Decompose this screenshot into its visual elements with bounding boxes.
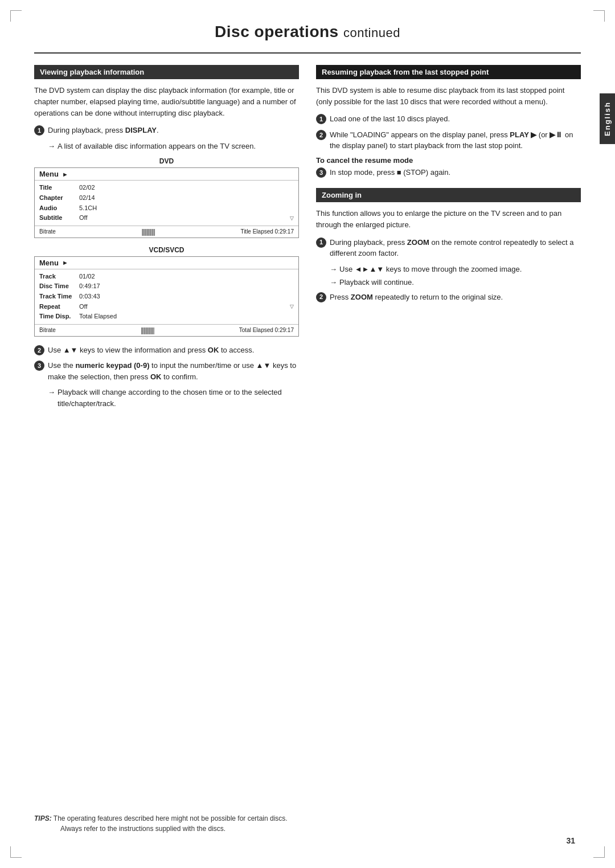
left-step-1-arrow: → A list of available disc information a… <box>48 141 299 152</box>
vcd-menu-row: Menu ► <box>35 257 298 269</box>
corner-mark-tr <box>593 10 605 22</box>
tips-text-1: The operating features described here mi… <box>54 814 288 822</box>
zoom-step-1-content: During playback, press ZOOM on the remot… <box>330 237 581 259</box>
vcd-row-track: Track 01/02 <box>39 272 294 282</box>
vcd-row-track-time: Track Time 0:03:43 <box>39 292 294 302</box>
vcd-row-repeat: Repeat Off ▽ <box>39 302 294 312</box>
left-column: Viewing playback information The DVD sys… <box>34 65 299 411</box>
english-tab: English <box>600 93 615 144</box>
dvd-row-subtitle: Subtitle Off ▽ <box>39 213 294 223</box>
vcd-label: VCD/SVCD <box>34 246 299 254</box>
zoom-intro-text: This function allows you to enlarge the … <box>316 208 581 231</box>
arrow-symbol-3: → <box>330 264 337 275</box>
title-rule <box>34 52 581 54</box>
step-num-2: 2 <box>34 345 44 355</box>
dvd-menu-row: Menu ► <box>35 168 298 181</box>
step-num-3: 3 <box>34 361 44 371</box>
right-step-2-content: While "LOADING" appears on the display p… <box>330 129 581 152</box>
tips-label: TIPS: <box>34 814 52 822</box>
right-column: English Resuming playback from the last … <box>316 65 581 411</box>
dvd-play-icon: ► <box>62 171 68 178</box>
arrow-symbol-2: → <box>48 387 55 398</box>
arrow-symbol-4: → <box>330 277 337 288</box>
left-step-3-content: Use the numeric keypad (0-9) to input th… <box>48 360 299 382</box>
right-step-1: 1 Load one of the last 10 discs played. <box>316 113 581 125</box>
right-step-2: 2 While "LOADING" appears on the display… <box>316 129 581 152</box>
right-step-num-3: 3 <box>316 167 326 178</box>
left-step-1-content: During playback, press DISPLAY. <box>48 125 299 136</box>
vcd-play-icon: ► <box>62 259 68 266</box>
zoom-step-1-arrow2: → Playback will continue. <box>330 277 581 288</box>
page-title: Disc operations continued <box>34 23 581 41</box>
dvd-row-title: Title 02/02 <box>39 183 294 193</box>
right-step-1-content: Load one of the last 10 discs played. <box>330 113 581 125</box>
vcd-row-disc-time: Disc Time 0:49:17 <box>39 281 294 292</box>
zooming-in-header: Zooming in <box>316 188 581 202</box>
page-container: Disc operations continued Viewing playba… <box>0 0 615 868</box>
resuming-intro-text: This DVD system is able to resume disc p… <box>316 85 581 108</box>
corner-mark-br <box>593 846 605 858</box>
left-step-1: 1 During playback, press DISPLAY. <box>34 125 299 136</box>
right-step-3-content: In stop mode, press ■ (STOP) again. <box>330 167 581 178</box>
dvd-bitrate-row: Bitrate ||||||||||| Title Elapsed 0:29:1… <box>35 226 298 238</box>
zoom-step-num-1: 1 <box>316 238 326 248</box>
vcd-bitrate-row: Bitrate ||||||||||| Total Elapsed 0:29:1… <box>35 324 298 336</box>
arrow-symbol: → <box>48 141 55 152</box>
two-column-layout: Viewing playback information The DVD sys… <box>34 65 581 411</box>
vcd-info-rows: Track 01/02 Disc Time 0:49:17 Track Time… <box>35 269 298 324</box>
page-number: 31 <box>566 836 575 845</box>
dvd-row-audio: Audio 5.1CH <box>39 203 294 214</box>
right-step-num-1: 1 <box>316 114 326 124</box>
right-step-3: 3 In stop mode, press ■ (STOP) again. <box>316 167 581 178</box>
zoom-step-num-2: 2 <box>316 292 326 302</box>
right-step-num-2: 2 <box>316 130 326 140</box>
dvd-display-box: Menu ► Title 02/02 Chapter 02/14 <box>34 167 299 238</box>
cancel-resume-heading: To cancel the resume mode <box>316 156 581 165</box>
tips-text-2: Always refer to the instructions supplie… <box>60 825 226 833</box>
resuming-playback-header: Resuming playback from the last stopped … <box>316 65 581 79</box>
left-step-2: 2 Use ▲▼ keys to view the information an… <box>34 345 299 356</box>
left-step-2-content: Use ▲▼ keys to view the information and … <box>48 345 299 356</box>
tips-section: TIPS: The operating features described h… <box>34 813 569 834</box>
viewing-intro-text: The DVD system can display the disc play… <box>34 85 299 119</box>
dvd-label: DVD <box>34 157 299 165</box>
zoom-step-2: 2 Press ZOOM repeatedly to return to the… <box>316 292 581 303</box>
vcd-row-time-disp: Time Disp. Total Elapsed <box>39 312 294 322</box>
left-step-3: 3 Use the numeric keypad (0-9) to input … <box>34 360 299 382</box>
zoom-step-2-content: Press ZOOM repeatedly to return to the o… <box>330 292 581 303</box>
dvd-row-chapter: Chapter 02/14 <box>39 193 294 203</box>
vcd-display-box: Menu ► Track 01/02 Disc Time 0:49:17 <box>34 256 299 337</box>
dvd-info-rows: Title 02/02 Chapter 02/14 Audio 5.1CH <box>35 181 298 225</box>
viewing-playback-header: Viewing playback information <box>34 65 299 79</box>
zoom-step-1-arrow1: → Use ◄►▲▼ keys to move through the zoom… <box>330 264 581 275</box>
step-num-1: 1 <box>34 125 44 136</box>
left-step-3-arrow1: → Playback will change according to the … <box>48 387 299 409</box>
zoom-step-1: 1 During playback, press ZOOM on the rem… <box>316 237 581 259</box>
corner-mark-bl <box>10 846 22 858</box>
corner-mark-tl <box>10 10 22 22</box>
